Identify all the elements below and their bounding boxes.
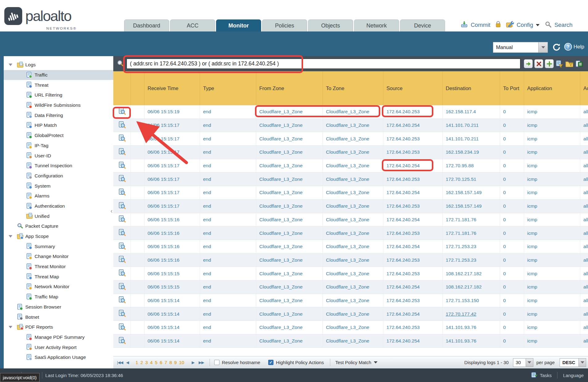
cell-detail[interactable] bbox=[113, 254, 131, 267]
sidebar-item-traffic-map[interactable]: Traffic Map bbox=[4, 292, 113, 302]
first-page-button[interactable]: |◀◀ bbox=[117, 360, 123, 365]
sidebar-item-threat-monitor[interactable]: Threat Monitor bbox=[4, 262, 113, 272]
cell-src[interactable]: 172.64.240.254 bbox=[383, 280, 443, 294]
sidebar-item-packet-capture[interactable]: Packet Capture bbox=[4, 221, 113, 231]
column-header-from-zone[interactable]: From Zone bbox=[256, 71, 323, 105]
sidebar-item-manage-pdf-summary[interactable]: Manage PDF Summary bbox=[4, 332, 113, 343]
tab-monitor[interactable]: Monitor bbox=[216, 19, 261, 31]
page-number-2[interactable]: 2 bbox=[140, 360, 143, 365]
help-icon[interactable]: ? bbox=[564, 43, 572, 51]
config-button[interactable]: Config bbox=[517, 22, 533, 28]
cell-dst[interactable]: 172.71.153.150 bbox=[443, 294, 500, 307]
log-detail-icon[interactable] bbox=[118, 323, 126, 332]
cell-src[interactable]: 172.64.240.253 bbox=[383, 321, 443, 334]
tab-acc[interactable]: ACC bbox=[170, 19, 215, 31]
log-detail-icon[interactable] bbox=[118, 296, 126, 305]
sort-order-dropdown-button[interactable] bbox=[578, 359, 586, 367]
sidebar-item-threat[interactable]: Threat bbox=[4, 80, 113, 90]
refresh-interval-select[interactable]: Manual bbox=[493, 42, 548, 53]
cell-src[interactable]: 172.64.240.254 bbox=[383, 186, 443, 199]
log-detail-icon[interactable] bbox=[118, 202, 126, 211]
clear-filter-button[interactable] bbox=[534, 59, 543, 68]
sidebar-item-app-scope[interactable]: App Scope bbox=[4, 231, 113, 242]
sidebar-item-tunnel-inspection[interactable]: Tunnel Inspection bbox=[4, 161, 113, 171]
cell-dst[interactable]: 108.162.217.182 bbox=[443, 280, 500, 294]
cell-src[interactable]: 172.64.240.253 bbox=[383, 226, 443, 240]
sidebar-item-summary[interactable]: Summary bbox=[4, 241, 113, 251]
cell-dst[interactable]: 172.71.253.23 bbox=[443, 240, 500, 253]
resolve-hostname-checkbox[interactable] bbox=[214, 360, 219, 365]
filter-query-input[interactable] bbox=[127, 59, 520, 69]
cell-detail[interactable] bbox=[113, 334, 131, 348]
cell-detail[interactable] bbox=[113, 132, 131, 145]
load-filter-icon[interactable] bbox=[565, 60, 573, 68]
cell-detail[interactable] bbox=[113, 105, 131, 118]
log-detail-icon[interactable] bbox=[118, 134, 126, 143]
lock-icon[interactable] bbox=[495, 21, 501, 29]
cell-dst[interactable]: 141.101.70.211 bbox=[443, 132, 500, 145]
language-button[interactable]: Language bbox=[563, 373, 584, 378]
cell-dst[interactable]: 141.101.93.76 bbox=[443, 334, 500, 348]
sidebar-item-network-monitor[interactable]: Network Monitor bbox=[4, 282, 113, 292]
expander-icon[interactable] bbox=[9, 64, 12, 66]
sidebar-item-authentication[interactable]: Authentication bbox=[4, 201, 113, 211]
cell-detail[interactable] bbox=[113, 294, 131, 307]
column-header-spacer[interactable] bbox=[131, 71, 144, 105]
next-page-button[interactable]: ▶ bbox=[192, 360, 194, 365]
log-detail-icon[interactable] bbox=[118, 269, 126, 278]
cell-dst[interactable]: 141.101.70.211 bbox=[443, 119, 500, 132]
filter-builder-icon[interactable] bbox=[555, 60, 564, 68]
sidebar-item-unified[interactable]: Unified bbox=[4, 211, 113, 221]
log-detail-icon[interactable] bbox=[118, 148, 126, 157]
tab-policies[interactable]: Policies bbox=[262, 19, 307, 31]
help-label[interactable]: Help bbox=[573, 44, 584, 50]
last-page-button[interactable]: ▶▶ bbox=[199, 360, 204, 365]
cell-detail[interactable] bbox=[113, 321, 131, 334]
log-detail-icon[interactable] bbox=[118, 255, 126, 264]
log-detail-icon[interactable] bbox=[118, 309, 126, 318]
config-caret-icon[interactable] bbox=[536, 24, 540, 26]
column-header-action[interactable]: Action bbox=[580, 71, 588, 105]
sidebar-item-pdf-reports[interactable]: PDF Reports bbox=[4, 322, 113, 332]
page-number-5[interactable]: 5 bbox=[155, 360, 158, 365]
cell-src[interactable]: 172.64.240.253 bbox=[383, 105, 443, 118]
column-header-destination[interactable]: Destination bbox=[443, 71, 500, 105]
column-header-to-port[interactable]: To Port bbox=[500, 71, 524, 105]
cell-src[interactable]: 172.64.240.253 bbox=[383, 146, 443, 159]
tab-dashboard[interactable]: Dashboard bbox=[124, 19, 169, 31]
column-header-to-zone[interactable]: To Zone bbox=[323, 71, 383, 105]
column-header-source[interactable]: Source bbox=[383, 71, 443, 105]
cell-dst[interactable]: 172.71.253.23 bbox=[443, 254, 500, 267]
column-header-receive-time[interactable]: Receive Time bbox=[144, 71, 200, 105]
sidebar-item-system[interactable]: System bbox=[4, 181, 113, 191]
apply-filter-button[interactable] bbox=[524, 59, 533, 68]
page-number-6[interactable]: 6 bbox=[160, 360, 162, 365]
cell-detail[interactable] bbox=[113, 159, 131, 172]
log-detail-icon[interactable] bbox=[118, 107, 126, 116]
page-number-9[interactable]: 9 bbox=[174, 360, 177, 365]
cell-dst[interactable]: 162.158.157.149 bbox=[443, 200, 500, 213]
cell-dst[interactable]: 172.70.177.42 bbox=[443, 307, 500, 321]
log-detail-icon[interactable] bbox=[118, 215, 126, 224]
log-detail-icon[interactable] bbox=[118, 161, 126, 170]
log-detail-icon[interactable] bbox=[118, 337, 126, 346]
per-page-dropdown-button[interactable] bbox=[526, 359, 533, 367]
test-policy-match-button[interactable]: Test Policy Match bbox=[335, 360, 371, 365]
cell-dst[interactable]: 162.158.117.4 bbox=[443, 105, 500, 118]
export-icon[interactable] bbox=[575, 60, 583, 68]
cell-src[interactable]: 172.64.240.254 bbox=[383, 119, 443, 132]
tasks-button[interactable]: Tasks bbox=[540, 373, 552, 378]
sidebar-collapse-handle[interactable]: ‹ bbox=[111, 207, 113, 214]
cell-src[interactable]: 172.64.240.253 bbox=[383, 172, 443, 186]
page-number-1[interactable]: 1 bbox=[136, 360, 138, 365]
expander-icon[interactable] bbox=[9, 235, 12, 238]
sidebar-item-saas-application-usage[interactable]: SaaS Application Usage bbox=[4, 352, 113, 363]
tab-network[interactable]: Network bbox=[354, 19, 399, 31]
page-number-4[interactable]: 4 bbox=[150, 360, 153, 365]
log-detail-icon[interactable] bbox=[118, 283, 126, 292]
highlight-policy-actions-checkbox[interactable]: ✓ bbox=[268, 360, 273, 365]
cell-detail[interactable] bbox=[113, 280, 131, 294]
cell-dst[interactable]: 172.71.181.76 bbox=[443, 226, 500, 240]
cell-detail[interactable] bbox=[113, 226, 131, 240]
page-number-3[interactable]: 3 bbox=[145, 360, 148, 365]
